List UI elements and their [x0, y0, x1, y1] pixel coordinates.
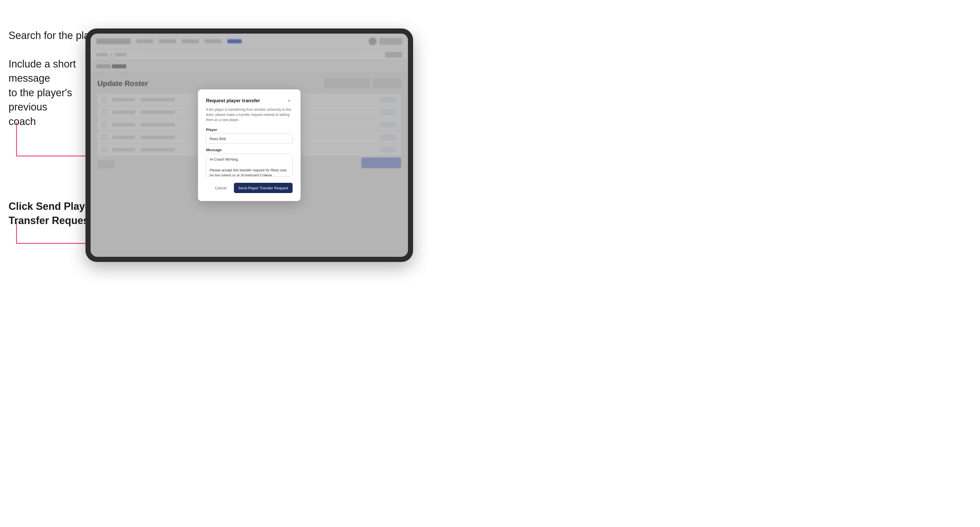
modal-overlay: Request player transfer × If the player …: [91, 33, 408, 257]
modal-title: Request player transfer: [206, 98, 260, 104]
request-transfer-modal: Request player transfer × If the player …: [198, 89, 301, 201]
modal-footer: Cancel Send Player Transfer Request: [206, 183, 293, 193]
player-search-input[interactable]: [206, 133, 293, 144]
tablet-screen: Update Roster: [91, 33, 408, 257]
modal-close-button[interactable]: ×: [286, 97, 293, 104]
modal-header: Request player transfer ×: [206, 97, 293, 104]
message-field-label: Message: [206, 148, 293, 152]
modal-description: If the player is transferring from anoth…: [206, 107, 293, 122]
tablet-device: Update Roster: [86, 29, 413, 262]
player-field-label: Player: [206, 127, 293, 132]
send-transfer-request-button[interactable]: Send Player Transfer Request: [234, 183, 293, 193]
cancel-button[interactable]: Cancel: [210, 183, 231, 193]
message-textarea[interactable]: Hi Coach McHarg, Please accept this tran…: [206, 154, 293, 176]
annotation-send-prefix: Click: [8, 200, 36, 212]
